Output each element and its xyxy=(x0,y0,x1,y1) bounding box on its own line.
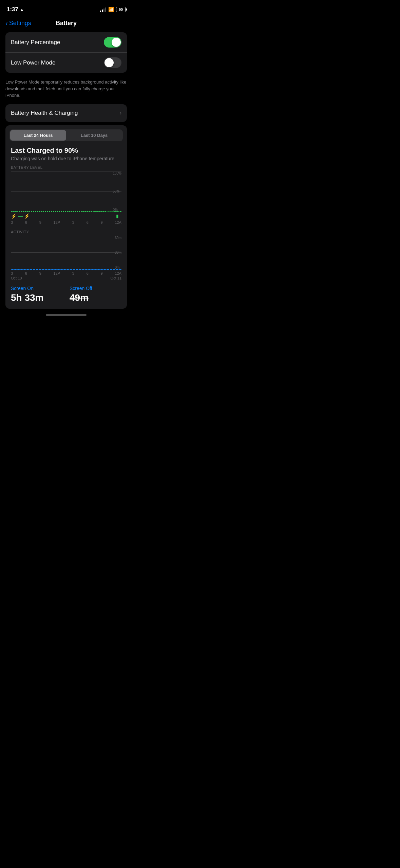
battery-bar-wrapper xyxy=(107,211,108,212)
activity-bar-wrapper xyxy=(82,269,84,270)
activity-bar xyxy=(11,269,14,270)
page-title: Battery xyxy=(56,20,77,27)
battery-bar xyxy=(39,211,40,212)
battery-bar xyxy=(67,211,68,212)
activity-bar xyxy=(110,269,112,270)
battery-bar-wrapper xyxy=(63,211,64,212)
activity-bar-wrapper xyxy=(63,269,66,270)
battery-bar xyxy=(71,211,72,212)
tab-last-24h[interactable]: Last 24 Hours xyxy=(10,130,66,141)
battery-bar-wrapper xyxy=(29,211,31,212)
activity-bar-wrapper xyxy=(100,269,103,270)
status-bar: 1:37 ▲ 📶 90 xyxy=(0,0,132,17)
activity-bar-wrapper xyxy=(79,269,81,270)
low-power-mode-toggle[interactable] xyxy=(104,57,121,68)
activity-bar-wrapper xyxy=(110,269,112,270)
charts-section: Last 24 Hours Last 10 Days Last Charged … xyxy=(5,125,127,309)
activity-bar-wrapper xyxy=(14,269,17,270)
activity-bar xyxy=(82,269,84,270)
battery-bar xyxy=(84,211,86,212)
battery-bar-wrapper xyxy=(43,211,44,212)
battery-bar-wrapper xyxy=(23,211,24,212)
battery-bar xyxy=(59,211,60,212)
screen-off-stat: Screen Off 49m xyxy=(70,286,121,303)
activity-label: ACTIVITY xyxy=(5,230,127,236)
battery-bar-wrapper xyxy=(21,211,22,212)
activity-bar-wrapper xyxy=(11,269,14,270)
activity-bar-wrapper xyxy=(70,269,72,270)
activity-bar-wrapper xyxy=(17,269,20,270)
battery-bar xyxy=(98,211,100,212)
screen-off-value: 49m xyxy=(70,292,121,303)
chart-info: Last Charged to 90% Charging was on hold… xyxy=(5,147,127,165)
back-button[interactable]: ‹ Settings xyxy=(5,19,31,27)
battery-bar xyxy=(11,211,13,212)
date-row: Oct 10 Oct 11 xyxy=(5,276,127,280)
battery-bar-wrapper xyxy=(39,211,40,212)
activity-bar-wrapper xyxy=(54,269,57,270)
activity-bar-wrapper xyxy=(36,269,38,270)
battery-bar xyxy=(43,211,44,212)
battery-bar-wrapper xyxy=(108,211,110,212)
battery-bar xyxy=(81,211,82,212)
battery-bar-wrapper xyxy=(98,211,100,212)
tab-selector[interactable]: Last 24 Hours Last 10 Days xyxy=(9,129,123,141)
battery-health-row[interactable]: Battery Health & Charging › xyxy=(5,104,127,122)
activity-bar xyxy=(79,269,81,270)
low-power-mode-row[interactable]: Low Power Mode xyxy=(5,53,127,73)
battery-level-label: BATTERY LEVEL xyxy=(5,165,127,171)
battery-bar xyxy=(69,211,70,212)
battery-bar-wrapper xyxy=(51,211,52,212)
low-power-mode-label: Low Power Mode xyxy=(11,59,55,66)
battery-bar xyxy=(29,211,31,212)
activity-bar-wrapper xyxy=(66,269,69,270)
activity-bar-wrapper xyxy=(73,269,75,270)
tab-last-10d[interactable]: Last 10 Days xyxy=(66,130,122,141)
battery-health-section[interactable]: Battery Health & Charging › xyxy=(5,104,127,122)
activity-bar-wrapper xyxy=(76,269,78,270)
activity-bar-wrapper xyxy=(60,269,63,270)
battery-bar-wrapper xyxy=(13,211,15,212)
activity-bar-wrapper xyxy=(23,269,26,270)
nav-bar: ‹ Settings Battery xyxy=(0,17,132,32)
battery-bar-wrapper xyxy=(25,211,26,212)
battery-x-labels: 3 6 9 12P 3 6 9 12A xyxy=(11,219,121,224)
activity-bar xyxy=(33,269,35,270)
battery-bar-wrapper xyxy=(87,211,88,212)
battery-bar-wrapper xyxy=(69,211,70,212)
battery-bar xyxy=(31,211,32,212)
battery-percentage-row[interactable]: Battery Percentage xyxy=(5,32,127,53)
battery-bar xyxy=(49,211,50,212)
battery-bar xyxy=(45,211,46,212)
battery-bar xyxy=(104,211,106,212)
battery-bar-wrapper xyxy=(27,211,28,212)
battery-bar xyxy=(93,211,94,212)
activity-bar-wrapper xyxy=(20,269,23,270)
low-power-description: Low Power Mode temporarily reduces backg… xyxy=(0,76,132,104)
activity-bar xyxy=(26,269,29,270)
battery-bar xyxy=(25,211,26,212)
battery-percentage-toggle[interactable] xyxy=(104,37,121,48)
battery-bar-wrapper xyxy=(67,211,68,212)
back-chevron-icon: ‹ xyxy=(5,19,8,27)
activity-bar-wrapper xyxy=(26,269,29,270)
battery-bar xyxy=(19,211,20,212)
activity-bar-wrapper xyxy=(91,269,94,270)
activity-bar xyxy=(45,269,47,270)
battery-percentage-label: Battery Percentage xyxy=(11,39,60,46)
battery-bar-wrapper xyxy=(35,211,36,212)
battery-bar-wrapper xyxy=(75,211,76,212)
battery-bar xyxy=(108,211,110,212)
toggle-thumb xyxy=(112,38,121,47)
activity-bar xyxy=(103,269,106,270)
battery-bar xyxy=(102,211,104,212)
battery-bar xyxy=(51,211,52,212)
battery-bar xyxy=(53,211,54,212)
activity-bar-wrapper xyxy=(103,269,106,270)
chart-title: Last Charged to 90% xyxy=(11,147,121,155)
screen-on-label: Screen On xyxy=(11,286,63,291)
battery-bar-wrapper xyxy=(65,211,66,212)
battery-bar-wrapper xyxy=(81,211,82,212)
battery-bar xyxy=(21,211,22,212)
activity-bar-wrapper xyxy=(85,269,88,270)
